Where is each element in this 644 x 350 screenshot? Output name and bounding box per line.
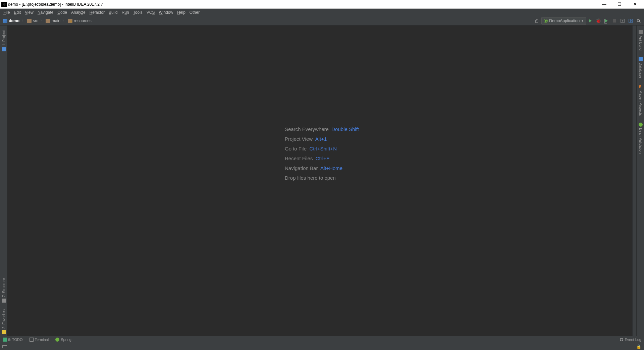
menu-refactor[interactable]: Refactor — [88, 9, 107, 16]
breadcrumb: demo 〉 src 〉 main 〉 resources — [1, 17, 93, 25]
menu-view[interactable]: View — [23, 9, 36, 16]
menu-build[interactable]: Build — [107, 9, 120, 16]
run-button[interactable] — [587, 17, 594, 25]
tool-tab-database[interactable]: Database — [638, 55, 643, 80]
breadcrumb-separator-icon: 〉 — [40, 18, 44, 23]
menu-vcs[interactable]: VCS — [145, 9, 157, 16]
menu-analyze[interactable]: Analyze — [69, 9, 88, 16]
tool-tab-todo[interactable]: 6: TODO — [1, 338, 24, 342]
run-configuration-selector[interactable]: DemoApplication ▼ — [541, 17, 586, 25]
event-log-icon — [620, 338, 623, 341]
hint-row: Search Everywhere Double Shift — [285, 126, 359, 132]
breadcrumb-label: demo — [9, 18, 19, 23]
shortcuts-hint-panel: Search Everywhere Double Shift Project V… — [285, 126, 359, 185]
terminal-icon — [30, 338, 34, 342]
tool-tab-label: Maven Projects — [639, 90, 643, 116]
hint-label: Search Everywhere — [285, 126, 329, 132]
tool-tab-bean-validation[interactable]: Bean Validation — [638, 121, 643, 156]
menu-file[interactable]: File — [1, 9, 12, 16]
svg-rect-1 — [629, 19, 630, 23]
search-everywhere-button[interactable] — [635, 17, 642, 25]
hint-shortcut: Alt+Home — [320, 165, 342, 171]
menu-other[interactable]: Other — [187, 9, 202, 16]
hint-row: Recent Files Ctrl+E — [285, 156, 359, 161]
tool-tab-label: 7: Structure — [2, 278, 6, 297]
database-tool-icon — [639, 57, 643, 61]
breadcrumb-label: resources — [74, 18, 92, 23]
menu-window[interactable]: Window — [157, 9, 175, 16]
stop-button[interactable] — [611, 17, 618, 25]
build-project-button[interactable] — [534, 17, 541, 25]
hint-shortcut: Ctrl+Shift+N — [309, 146, 337, 151]
tool-tab-event-log[interactable]: Event Log — [619, 338, 643, 342]
bug-icon: 🐞 — [596, 18, 601, 23]
svg-line-5 — [639, 21, 641, 23]
bean-validation-tool-icon — [639, 123, 643, 127]
project-structure-button[interactable] — [627, 17, 634, 25]
breadcrumb-separator-icon: 〉 — [21, 18, 25, 23]
bottom-tool-tabs: 6: TODO Terminal Spring Event Log — [0, 336, 644, 343]
tool-tab-project[interactable]: 1: Project — [1, 28, 6, 53]
menu-help[interactable]: Help — [175, 9, 187, 16]
lock-icon: 🔒 — [636, 344, 641, 349]
svg-point-4 — [637, 19, 640, 21]
menu-run[interactable]: Run — [120, 9, 131, 16]
hint-label: Navigation Bar — [285, 165, 318, 171]
favorites-tool-icon — [2, 330, 6, 334]
tool-tab-label: Ant Build — [639, 36, 643, 50]
window-controls: — ☐ ✕ — [596, 0, 643, 9]
tool-windows-quick-access-button[interactable] — [2, 344, 8, 349]
hint-shortcut: Ctrl+E — [316, 156, 330, 161]
status-bar: 🔒 — [0, 343, 644, 350]
window-titlebar: IJ demo - [E:\project\idea\demo] - Intel… — [0, 0, 644, 9]
menu-navigate[interactable]: Navigate — [36, 9, 55, 16]
tool-tab-label: Event Log — [625, 338, 641, 342]
todo-icon — [3, 338, 7, 342]
close-button[interactable]: ✕ — [627, 0, 643, 9]
tool-tab-favorites[interactable]: 2: Favorites — [1, 307, 6, 336]
structure-tool-icon — [2, 299, 6, 303]
maximize-button[interactable]: ☐ — [612, 0, 627, 9]
tool-tab-terminal[interactable]: Terminal — [28, 338, 50, 342]
menu-code[interactable]: Code — [55, 9, 69, 16]
svg-rect-3 — [631, 21, 632, 22]
drop-hint: Drop files here to open — [285, 175, 359, 181]
breadcrumb-resources[interactable]: resources — [66, 17, 93, 25]
breadcrumb-src[interactable]: src — [25, 17, 40, 25]
tool-tab-label: 1: Project — [2, 30, 6, 46]
read-only-toggle[interactable]: 🔒 — [635, 343, 642, 350]
tool-tab-label: 6: TODO — [8, 338, 23, 342]
run-with-coverage-button[interactable] — [603, 17, 610, 25]
breadcrumb-main[interactable]: main — [44, 17, 62, 25]
editor-scrollbar[interactable] — [632, 26, 636, 336]
hint-row: Navigation Bar Alt+Home — [285, 165, 359, 171]
run-configuration-label: DemoApplication — [549, 18, 580, 23]
breadcrumb-demo[interactable]: demo — [1, 17, 21, 25]
minimize-button[interactable]: — — [596, 0, 612, 9]
hint-shortcut: Double Shift — [331, 126, 359, 132]
tool-tab-label: 2: Favorites — [2, 309, 6, 329]
menu-tools[interactable]: Tools — [131, 9, 145, 16]
window-title: demo - [E:\project\idea\demo] - IntelliJ… — [8, 2, 596, 7]
tool-tab-structure[interactable]: 7: Structure — [1, 276, 6, 305]
breadcrumb-label: src — [33, 18, 38, 23]
project-tool-icon — [2, 47, 6, 51]
maven-tool-icon: m — [639, 85, 643, 89]
tool-tab-spring[interactable]: Spring — [54, 338, 73, 342]
svg-rect-2 — [631, 19, 632, 20]
tool-windows-icon — [2, 345, 7, 348]
tool-tab-ant[interactable]: Ant Build — [638, 28, 643, 52]
resources-folder-icon — [68, 19, 72, 23]
right-tool-gutter: Ant Build Database mMaven Projects Bean … — [637, 26, 644, 336]
update-project-button[interactable] — [619, 17, 626, 25]
play-icon — [589, 19, 592, 23]
ant-tool-icon — [639, 30, 643, 34]
tool-tab-maven[interactable]: mMaven Projects — [638, 83, 643, 118]
folder-icon — [27, 19, 32, 23]
intellij-icon: IJ — [1, 2, 7, 7]
editor-empty-state[interactable]: Search Everywhere Double Shift Project V… — [7, 26, 637, 336]
folder-icon — [46, 19, 50, 23]
tool-tab-label: Database — [639, 62, 643, 78]
debug-button[interactable]: 🐞 — [595, 17, 602, 25]
menu-edit[interactable]: Edit — [12, 9, 23, 16]
